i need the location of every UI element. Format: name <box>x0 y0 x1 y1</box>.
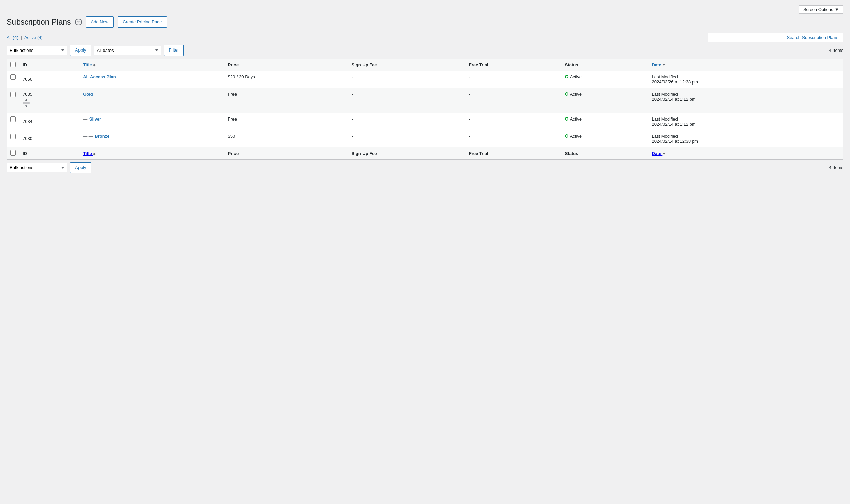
row-id: 7035 <box>22 92 32 97</box>
row-checkbox-cell <box>7 113 19 130</box>
status-dot <box>565 134 568 138</box>
status-dot <box>565 92 568 96</box>
status-label: Active <box>570 74 582 79</box>
plan-title: — — Bronze <box>83 134 221 139</box>
row-status-cell: Active <box>561 88 648 113</box>
row-date-value: 2024/02/14 at 12:38 pm <box>652 139 698 144</box>
title-sort-icon: ◆ <box>93 63 96 67</box>
all-filter-link[interactable]: All (4) <box>7 35 19 40</box>
row-signup-fee-cell: - <box>348 130 465 147</box>
status-label: Active <box>570 92 582 97</box>
select-all-checkbox[interactable] <box>11 61 16 67</box>
row-free-trial-cell: - <box>466 88 561 113</box>
date-column-header: Date <box>648 58 843 71</box>
date-sort-link[interactable]: Date <box>652 62 665 67</box>
row-id: 7066 <box>22 77 32 82</box>
help-icon[interactable]: ? <box>75 19 82 25</box>
add-new-button[interactable]: Add New <box>86 17 114 28</box>
row-price: Free <box>228 116 237 122</box>
status-active: Active <box>565 134 645 139</box>
screen-options-button[interactable]: Screen Options ▼ <box>799 5 843 14</box>
row-date-value: 2024/02/14 at 1:12 pm <box>652 122 695 127</box>
row-id: 7030 <box>22 136 32 141</box>
row-checkbox[interactable] <box>11 92 16 97</box>
footer-title-sort-link[interactable]: Title ◆ <box>83 151 96 156</box>
footer-select-all-checkbox[interactable] <box>11 150 16 156</box>
row-free-trial-cell: - <box>466 130 561 147</box>
footer-id-column: ID <box>19 147 80 159</box>
status-active: Active <box>565 116 645 122</box>
footer-date-sort-icon <box>662 152 666 156</box>
row-free-trial: - <box>469 116 470 122</box>
row-checkbox[interactable] <box>11 74 16 80</box>
row-price-cell: $50 <box>225 130 348 147</box>
status-label: Active <box>570 134 582 139</box>
indent: — — <box>83 134 94 139</box>
plan-title-link[interactable]: All-Access Plan <box>83 74 116 79</box>
footer-status-column: Status <box>561 147 648 159</box>
active-filter-link[interactable]: Active (4) <box>24 35 43 40</box>
row-checkbox-cell <box>7 88 19 113</box>
row-date-cell: Last Modified 2024/03/26 at 12:38 pm <box>648 71 843 88</box>
top-bulk-actions-select[interactable]: Bulk actions <box>7 46 67 55</box>
footer-select-all-column <box>7 147 19 159</box>
create-pricing-page-button[interactable]: Create Pricing Page <box>118 17 167 28</box>
footer-free-trial-column: Free Trial <box>466 147 561 159</box>
row-date-label: Last Modified <box>652 134 677 139</box>
row-date-cell: Last Modified 2024/02/14 at 1:12 pm <box>648 88 843 113</box>
footer-price-column: Price <box>225 147 348 159</box>
filter-button[interactable]: Filter <box>164 45 184 56</box>
footer-date-column: Date <box>648 147 843 159</box>
table-row: 7034 — Silver Edit | Deactivate | Add Up… <box>7 113 843 130</box>
filters-row: All (4) | Active (4) Search Subscription… <box>7 33 843 42</box>
table-footer-row: ID Title ◆ Price Sign Up Fee Free Trial <box>7 147 843 159</box>
row-signup-fee-cell: - <box>348 88 465 113</box>
subscription-plans-table: ID Title ◆ Price Sign Up Fee Free Trial <box>7 58 843 160</box>
bottom-apply-button[interactable]: Apply <box>70 162 91 174</box>
status-label: Active <box>570 116 582 122</box>
row-signup-fee-cell: - <box>348 113 465 130</box>
row-date-value: 2024/03/26 at 12:38 pm <box>652 79 698 85</box>
bottom-actions-row: Bulk actions Apply 4 items <box>7 162 843 174</box>
row-checkbox-cell <box>7 130 19 147</box>
row-checkbox-cell <box>7 71 19 88</box>
move-down-button[interactable]: ▼ <box>22 103 30 109</box>
row-id: 7034 <box>22 119 32 124</box>
row-date-cell: Last Modified 2024/02/14 at 1:12 pm <box>648 113 843 130</box>
row-price-cell: Free <box>225 88 348 113</box>
footer-date-sort-link[interactable]: Date <box>652 151 666 156</box>
select-all-column <box>7 58 19 71</box>
row-title-cell: All-Access Plan Edit | Deactivate | Add … <box>80 71 224 88</box>
status-active: Active <box>565 74 645 79</box>
plan-title: Gold <box>83 92 221 97</box>
plan-title: — Silver <box>83 116 221 122</box>
page-title: Subscription Plans <box>7 18 71 26</box>
row-free-trial: - <box>469 134 470 139</box>
free-trial-column-header: Free Trial <box>466 58 561 71</box>
footer-signup-fee-column: Sign Up Fee <box>348 147 465 159</box>
screen-options-bar: Screen Options ▼ <box>7 5 843 14</box>
status-dot <box>565 117 568 121</box>
row-price: $20 / 30 Days <box>228 74 255 79</box>
search-button[interactable]: Search Subscription Plans <box>782 33 843 42</box>
title-sort-link[interactable]: Title ◆ <box>83 62 96 67</box>
table-row: 7066 All-Access Plan Edit | Deactivate |… <box>7 71 843 88</box>
top-apply-button[interactable]: Apply <box>70 45 91 56</box>
row-checkbox[interactable] <box>11 116 16 122</box>
search-input[interactable] <box>708 33 782 42</box>
move-up-button[interactable]: ▲ <box>22 97 30 103</box>
plan-title-link[interactable]: Silver <box>89 116 101 122</box>
signup-fee-column-header: Sign Up Fee <box>348 58 465 71</box>
bottom-bulk-actions-select[interactable]: Bulk actions <box>7 163 67 172</box>
filter-separator: | <box>21 35 22 40</box>
row-title-cell: — Silver Edit | Deactivate | Add Upgrade… <box>80 113 224 130</box>
plan-title-link[interactable]: Gold <box>83 92 93 97</box>
filter-links: All (4) | Active (4) <box>7 35 43 40</box>
row-free-trial-cell: - <box>466 71 561 88</box>
row-checkbox[interactable] <box>11 134 16 139</box>
row-id-cell: 7066 <box>19 71 80 88</box>
status-active: Active <box>565 92 645 97</box>
date-filter-select[interactable]: All dates <box>94 46 161 55</box>
row-date-value: 2024/02/14 at 1:12 pm <box>652 97 695 102</box>
plan-title-link[interactable]: Bronze <box>95 134 109 139</box>
